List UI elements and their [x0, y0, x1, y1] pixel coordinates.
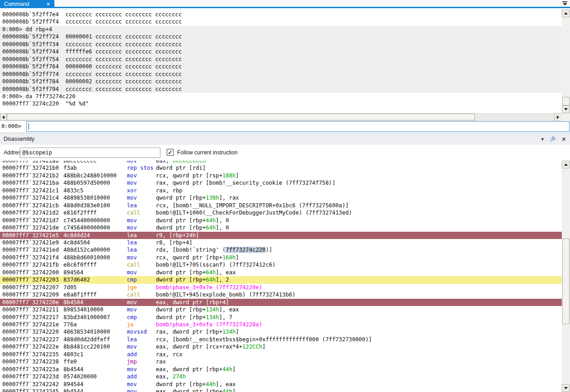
disasm-operand: 44h	[222, 366, 232, 373]
disasm-operand: 0CCCCCCCCh	[173, 161, 206, 164]
disasm-row[interactable]: 00007ff7`32742200894564movdword ptr [rbp…	[0, 269, 562, 276]
command-line: 0000008b`5f2ff794 cccccccc cccccccc cccc…	[0, 86, 562, 93]
text-caret	[29, 123, 29, 130]
scroll-up-button[interactable]	[562, 10, 570, 17]
disasm-row[interactable]: 00007ff7`32742242894544movdword ptr [rbp…	[0, 381, 562, 388]
pin-icon[interactable]	[549, 136, 556, 143]
disasm-row[interactable]: 00007ff7`3274222e8b8481cc220100moveax, d…	[0, 343, 562, 350]
command-vertical-scrollbar[interactable]	[562, 10, 570, 113]
disasm-operand: rax, rcx	[156, 351, 183, 358]
disasm-row[interactable]: 00007ff7`327421f4488b8d60010000movrcx, q…	[0, 254, 562, 261]
disasm-mnemonic: lea	[127, 336, 156, 343]
panel-dropdown-icon[interactable]: ▾	[541, 136, 544, 142]
disasm-row[interactable]: 00007ff7`327422458b4544moveax, dword ptr…	[0, 388, 562, 392]
disasm-address: 00007ff7`3274223d	[2, 373, 63, 380]
disasm-mnemonic: mov	[127, 306, 156, 313]
tab-strip: Command ✕	[0, 0, 570, 8]
disasm-row[interactable]: 00007ff7`3274221783bd3401000007cmpdword …	[0, 314, 562, 321]
scroll-up-button[interactable]	[562, 161, 570, 168]
panel-close-icon[interactable]: ✕	[561, 136, 566, 143]
disasm-operand: ], 7	[219, 314, 232, 320]
disassembly-panel-header[interactable]: Disassembly ▾ ✕	[0, 133, 570, 145]
disasm-row[interactable]: 00007ff7`32742209e8a8f1ffffcallbomb!@ILT…	[0, 291, 562, 298]
command-line: 0:000> da 7ff73274c220	[0, 93, 562, 100]
command-input[interactable]	[26, 121, 570, 132]
scrollbar-thumb[interactable]	[562, 97, 570, 105]
scroll-right-button[interactable]	[554, 113, 561, 121]
disasm-bytes: 894544	[63, 381, 127, 388]
disasm-row[interactable]: 00007ff7`327421c14833c5xorrax, rbp	[0, 187, 562, 194]
disasm-row[interactable]: 00007ff7`327421e54c8d4d24lear9, [rbp+24h…	[0, 232, 562, 239]
disasm-mnemonic: add	[127, 373, 156, 380]
scroll-left-button[interactable]	[0, 113, 7, 121]
disasm-row[interactable]: 00007ff7`3274223a8b4544moveax, dword ptr…	[0, 366, 562, 373]
disasm-row[interactable]: 00007ff7`327421e94c8d4504lear8, [rbp+4]	[0, 239, 562, 246]
scrollbar-thumb[interactable]	[7, 114, 475, 120]
disasm-operand: dword ptr [rdi]	[156, 165, 206, 171]
disassembly-vertical-scrollbar[interactable]	[562, 161, 570, 392]
disasm-mnemonic: rep stos	[127, 164, 156, 172]
arrow-right-icon	[557, 115, 559, 119]
disasm-address: 00007ff7`327421d7	[2, 217, 63, 224]
disasm-row[interactable]: 00007ff7`327422077d05jgebomb!phase_3+0x7…	[0, 284, 562, 291]
disasm-operand: rax, dword ptr [rbp+	[156, 329, 222, 335]
chevron-down-icon	[563, 3, 567, 5]
disasm-mnemonic: mov	[127, 299, 156, 306]
disasm-operand: ]	[196, 232, 199, 239]
disasm-row[interactable]: 00007ff7`32742203837d6402cmpdword ptr [r…	[0, 276, 562, 283]
follow-current-instruction-checkbox[interactable]: ✓	[167, 149, 174, 156]
command-line: 0000008b`5f2ff724 00000001 cccccccc cccc…	[0, 33, 562, 40]
disasm-row[interactable]: 00007ff7`327421d2e816f2ffffcallbomb!@ILT…	[0, 209, 562, 216]
command-line: 0000008b`5f2ff774 cccccccc cccccccc cccc…	[0, 71, 562, 78]
disasm-row[interactable]: 00007ff7`3274222048638534010000movsxdrax…	[0, 328, 562, 335]
disasm-row[interactable]: 00007ff7`3274220e8b4504moveax, dword ptr…	[0, 299, 562, 306]
disasm-mnemonic: lea	[127, 232, 156, 239]
disasm-mnemonic: mov	[127, 194, 156, 201]
disasm-operand: r9, [rbp+	[156, 232, 186, 239]
disasm-row[interactable]: 00007ff7`327421fbe8c6f0ffffcallbomb!@ILT…	[0, 261, 562, 268]
disasm-row[interactable]: 00007ff7`3274221e776ajabomb!phase_3+0xfa…	[0, 321, 562, 328]
disasm-operand: ], rax	[219, 195, 239, 201]
disasm-row[interactable]: 00007ff7`327421b0f3abrep stosdword ptr […	[0, 164, 562, 172]
address-input[interactable]: @$scopeip	[20, 148, 160, 158]
disasm-row[interactable]: 00007ff7`327421d7c7454400000000movdword …	[0, 217, 562, 224]
disasm-row[interactable]: 00007ff7`327421abb8ccccccccmoveax, 0CCCC…	[0, 161, 562, 164]
disasm-row[interactable]: 00007ff7`327421cb488d0d383e0100learcx, […	[0, 202, 562, 209]
disasm-row[interactable]: 00007ff7`327421dec7456400000000movdword …	[0, 224, 562, 231]
disasm-operand: rcx, qword ptr [rbp+	[156, 254, 222, 261]
disasm-row[interactable]: 00007ff7`327421c448898538010000movqword …	[0, 194, 562, 201]
disasm-row[interactable]: 00007ff7`32742211898534010000movdword pt…	[0, 306, 562, 313]
disasm-mnemonic: jmp	[127, 358, 156, 365]
disasm-bytes: e8c6f0ffff	[63, 261, 127, 268]
disasm-row[interactable]: 00007ff7`327421ed488d152ca00000leardx, […	[0, 246, 562, 253]
disasm-row[interactable]: 00007ff7`3274223d0574020000addeax, 274h	[0, 373, 562, 380]
command-horizontal-scrollbar[interactable]	[0, 113, 561, 121]
scroll-down-button[interactable]	[562, 105, 570, 113]
disasm-bytes: 898534010000	[63, 306, 127, 313]
disasm-operand: 122CCh	[242, 344, 262, 350]
tab-command[interactable]: Command ✕	[0, 0, 54, 8]
scrollbar-thumb[interactable]	[562, 239, 570, 324]
window-menu-icon[interactable]	[562, 1, 568, 7]
disasm-bytes: 8b4504	[63, 299, 127, 306]
disasm-operand: dword ptr [rbp+	[156, 314, 206, 320]
command-prompt-row: 0:000>	[0, 121, 570, 132]
disasm-operand: eax, dword ptr [rbp+4]	[156, 299, 229, 306]
disasm-bytes: e816f2ffff	[63, 209, 127, 216]
disasm-mnemonic: call	[127, 209, 156, 216]
disasm-row[interactable]: 00007ff7`327421b2488b8c2488010000movrcx,…	[0, 172, 562, 179]
disasm-operand: rcx, [bomb!__NULL_IMPORT_DESCRIPTOR+0x1b…	[156, 202, 349, 209]
disasm-operand: 134h	[206, 314, 219, 320]
scroll-down-button[interactable]	[562, 384, 570, 392]
disasm-row[interactable]: 00007ff7`32742227488d0dd2ddfefflearcx, […	[0, 336, 562, 343]
command-line: 0000008b`5f2ff734 cccccccc cccccccc cccc…	[0, 41, 562, 48]
tab-close-icon[interactable]: ✕	[46, 1, 50, 7]
follow-current-instruction-label: Follow current instruction	[177, 149, 237, 156]
disasm-bytes: 894564	[63, 269, 127, 276]
disasm-row[interactable]: 00007ff7`327421ba488b0597d50000movrax, q…	[0, 179, 562, 186]
disasm-address: 00007ff7`327421b2	[2, 172, 63, 179]
disasm-bytes: 488b8c2488010000	[63, 172, 127, 179]
disasm-row[interactable]: 00007ff7`327422354803c1addrax, rcx	[0, 351, 562, 358]
disasm-address: 00007ff7`3274222e	[2, 343, 63, 350]
disasm-row[interactable]: 00007ff7`32742238ffe0jmprax	[0, 358, 562, 365]
